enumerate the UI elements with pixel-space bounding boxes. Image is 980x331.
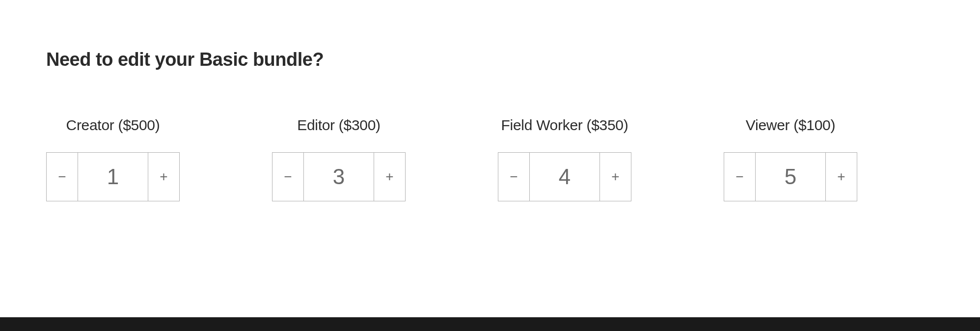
stepper-label-editor: Editor ($300) — [297, 117, 381, 134]
decrement-button-editor[interactable]: − — [272, 153, 304, 201]
stepper-label-viewer: Viewer ($100) — [746, 117, 835, 134]
decrement-button-creator[interactable]: − — [47, 153, 78, 201]
page-title: Need to edit your Basic bundle? — [46, 49, 324, 70]
increment-button-viewer[interactable]: + — [825, 153, 857, 201]
decrement-button-viewer[interactable]: − — [724, 153, 756, 201]
stepper-value-editor: 3 — [304, 153, 374, 201]
quantity-stepper-viewer: − 5 + — [724, 152, 857, 201]
increment-button-field-worker[interactable]: + — [599, 153, 631, 201]
stepper-value-creator: 1 — [78, 153, 148, 201]
stepper-label-field-worker: Field Worker ($350) — [501, 117, 628, 134]
quantity-stepper-field-worker: − 4 + — [498, 152, 631, 201]
footer-bar — [0, 317, 980, 331]
decrement-button-field-worker[interactable]: − — [498, 153, 530, 201]
steppers-row: Creator ($500) − 1 + Editor ($300) − 3 +… — [46, 117, 935, 201]
stepper-value-field-worker: 4 — [530, 153, 599, 201]
stepper-label-creator: Creator ($500) — [66, 117, 160, 134]
stepper-group-creator: Creator ($500) − 1 + — [46, 117, 180, 201]
quantity-stepper-creator: − 1 + — [46, 152, 180, 201]
stepper-group-viewer: Viewer ($100) − 5 + — [724, 117, 857, 201]
increment-button-editor[interactable]: + — [374, 153, 405, 201]
stepper-group-field-worker: Field Worker ($350) − 4 + — [498, 117, 631, 201]
stepper-value-viewer: 5 — [756, 153, 825, 201]
stepper-group-editor: Editor ($300) − 3 + — [272, 117, 406, 201]
increment-button-creator[interactable]: + — [148, 153, 179, 201]
quantity-stepper-editor: − 3 + — [272, 152, 406, 201]
